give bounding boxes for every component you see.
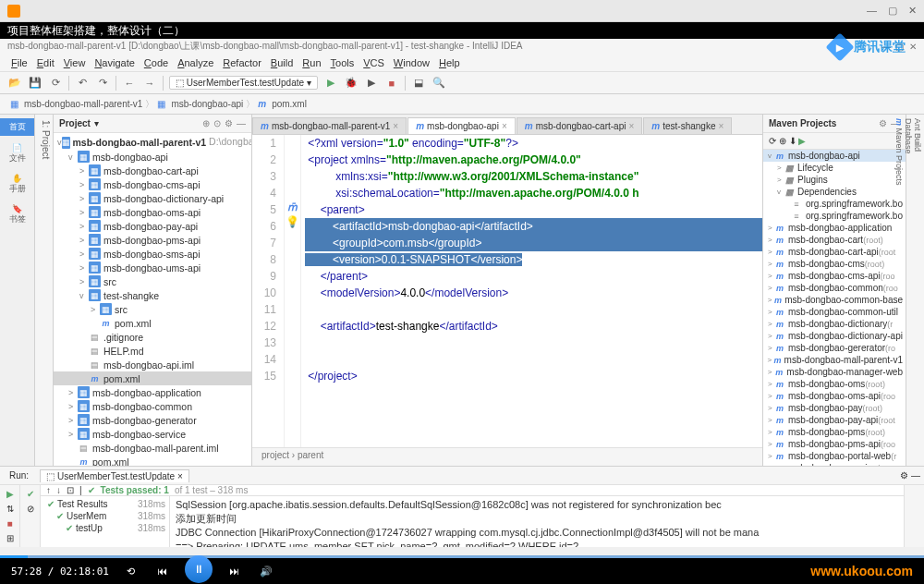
maven-node[interactable]: >mmsb-dongbao-cart (root) — [763, 234, 906, 246]
tree-node[interactable]: ▤msb-dongbao-mall-parent.iml — [54, 441, 251, 455]
maven-node[interactable]: >mmsb-dongbao-common (roo — [763, 282, 906, 294]
test-tree-node[interactable]: ✔Test Results318ms — [43, 498, 167, 510]
tree-node[interactable]: ▤msb-dongbao-api.iml — [54, 358, 251, 371]
menu-navigate[interactable]: Navigate — [91, 57, 138, 68]
maven-node[interactable]: >mmsb-dongbao-pms-api (roo — [763, 438, 906, 450]
run-tab-test[interactable]: ⬚ UserMemberTest.testUpdate × — [40, 469, 189, 482]
maven-node[interactable]: >mmsb-dongbao-pay-api (root — [763, 414, 906, 426]
maven-download-icon[interactable]: ⬇ — [789, 136, 796, 146]
undo-icon[interactable]: ↶ — [75, 76, 90, 91]
stop-icon[interactable]: ■ — [384, 76, 399, 91]
editor-tab[interactable]: mmsb-dongbao-mall-parent-v1 × — [252, 117, 407, 134]
prev-track-icon[interactable]: ⏮ — [153, 566, 172, 577]
tree-node[interactable]: mpom.xml — [54, 455, 251, 466]
editor-tab[interactable]: mmsb-dongbao-api × — [407, 117, 516, 134]
open-icon[interactable]: 📂 — [7, 76, 22, 91]
gear-icon[interactable]: ⚙ — [225, 118, 233, 128]
rail-bookmark[interactable]: 🔖书签 — [7, 202, 28, 227]
rail-file[interactable]: 📄文件 — [7, 141, 28, 166]
maven-node[interactable]: >mmsb-dongbao-dictionary-api — [763, 330, 906, 342]
hide-icon[interactable]: — — [237, 118, 246, 128]
tree-node[interactable]: >▦msb-dongbao-cms-api — [54, 177, 251, 191]
maven-node[interactable]: >mmsb-dongbao-mall-parent-v1 — [763, 354, 906, 366]
tree-node[interactable]: ▤HELP.md — [54, 344, 251, 358]
tree-node[interactable]: mpom.xml — [54, 316, 251, 330]
breadcrumb-item[interactable]: pom.xml — [269, 99, 310, 109]
maven-node[interactable]: >mmsb-dongbao-cart-api (root — [763, 246, 906, 258]
maven-node[interactable]: >mmsb-dongbao-dictionary (r — [763, 318, 906, 330]
back-icon[interactable]: ← — [122, 76, 137, 91]
editor-tab[interactable]: mmsb-dongbao-cart-api × — [517, 117, 643, 134]
ant-build-button[interactable]: Ant Build — [913, 118, 922, 462]
structure-icon[interactable]: ⬓ — [411, 76, 426, 91]
close-icon[interactable]: ✕ — [908, 5, 917, 17]
tree-node[interactable]: >▦msb-dongbao-common — [54, 399, 251, 413]
menu-build[interactable]: Build — [267, 57, 297, 68]
tree-root[interactable]: v▦ msb-dongbao-mall-parent-v1 D:\dongbao… — [54, 135, 251, 150]
breadcrumb-item[interactable]: msb-dongbao-mall-parent-v1 — [21, 99, 145, 109]
next-track-icon[interactable]: ⏭ — [225, 566, 244, 577]
expand-icon[interactable]: ⊡ — [67, 485, 74, 495]
menu-edit[interactable]: Edit — [33, 57, 58, 68]
rewind-icon[interactable]: ⟲ — [122, 566, 140, 578]
maven-node[interactable]: >mmsb-dongbao-pay (root) — [763, 402, 906, 414]
tree-node[interactable]: >▦msb-dongbao-oms-api — [54, 205, 251, 219]
menu-analyze[interactable]: Analyze — [174, 57, 217, 68]
tree-node[interactable]: >▦msb-dongbao-sms-api — [54, 247, 251, 261]
maven-node[interactable]: >▦Plugins — [763, 174, 906, 186]
maven-node[interactable]: >▦Lifecycle — [763, 162, 906, 174]
menu-tools[interactable]: Tools — [327, 57, 359, 68]
prev-icon[interactable]: ↑ — [46, 485, 51, 495]
tree-node[interactable]: >▦msb-dongbao-cart-api — [54, 164, 251, 177]
maven-node[interactable]: >mmsb-dongbao-service (root — [763, 462, 906, 466]
tree-node[interactable]: >▦src — [54, 274, 251, 288]
redo-icon[interactable]: ↷ — [95, 76, 110, 91]
console-output[interactable]: SqlSession [org.apache.ibatis.session.de… — [170, 496, 904, 547]
maven-node[interactable]: v▦Dependencies — [763, 186, 906, 198]
maven-node[interactable]: >mmsb-dongbao-common-util — [763, 306, 906, 318]
save-icon[interactable]: 💾 — [28, 76, 43, 91]
menu-window[interactable]: Window — [390, 57, 433, 68]
maven-node[interactable]: vmmsb-dongbao-api — [763, 150, 906, 162]
toggle-icon[interactable]: ⇅ — [4, 502, 17, 515]
tree-node[interactable]: v▦msb-dongbao-api — [54, 150, 251, 164]
test-tree-node[interactable]: ✔UserMem318ms — [43, 510, 167, 522]
maven-node[interactable]: >mmsb-dongbao-oms (root) — [763, 378, 906, 390]
maven-reimport-icon[interactable]: ⟳ — [769, 136, 776, 146]
maven-projects-button[interactable]: m Maven Projects — [894, 118, 904, 462]
forward-icon[interactable]: → — [142, 76, 157, 91]
fail-filter-icon[interactable]: ⊘ — [24, 502, 37, 515]
menu-help[interactable]: Help — [435, 57, 464, 68]
rerun-icon[interactable]: ▶ — [4, 487, 17, 500]
collapse-icon[interactable]: ⊕ — [202, 118, 210, 128]
maven-node[interactable]: ≡org.springframework.bo — [763, 198, 906, 210]
maven-node[interactable]: >mmsb-dongbao-cms (root) — [763, 258, 906, 270]
menu-vcs[interactable]: VCS — [359, 57, 388, 68]
tree-node[interactable]: >▦msb-dongbao-pay-api — [54, 219, 251, 233]
maven-node[interactable]: >mmsb-dongbao-portal-web (r — [763, 450, 906, 462]
tree-node[interactable]: >▦msb-dongbao-application — [54, 385, 251, 399]
maven-node[interactable]: ≡org.springframework.bo — [763, 210, 906, 222]
run-icon[interactable]: ▶ — [323, 76, 338, 91]
menu-refactor[interactable]: Refactor — [219, 57, 265, 68]
menu-file[interactable]: File — [7, 57, 31, 68]
minimize-icon[interactable]: — — [867, 5, 877, 17]
tree-node[interactable]: ▤.gitignore — [54, 330, 251, 344]
maven-node[interactable]: >mmsb-dongbao-gererator (ro — [763, 342, 906, 354]
maven-node[interactable]: >mmsb-dongbao-common-base — [763, 294, 906, 306]
tree-node[interactable]: >▦msb-dongbao-service — [54, 427, 251, 441]
code-area[interactable]: <?xml version="1.0" encoding="UTF-8"?> <… — [301, 135, 762, 447]
maximize-icon[interactable]: ▢ — [888, 5, 897, 17]
breadcrumb-item[interactable]: msb-dongbao-api — [168, 99, 246, 109]
maven-node[interactable]: >mmsb-dongbao-cms-api (roo — [763, 270, 906, 282]
menu-code[interactable]: Code — [140, 57, 172, 68]
tree-node[interactable]: mpom.xml — [54, 371, 251, 385]
gear-icon[interactable]: ⚙ — [879, 118, 887, 128]
run-config-dropdown[interactable]: ⬚ UserMemberTest.testUpdate ▾ — [169, 76, 318, 90]
volume-icon[interactable]: 🔊 — [257, 566, 275, 578]
maven-node[interactable]: >mmsb-dongbao-pms (root) — [763, 426, 906, 438]
maven-node[interactable]: >mmsb-dongbao-oms-api (roo — [763, 390, 906, 402]
locate-icon[interactable]: ⊙ — [213, 118, 221, 128]
rail-manual[interactable]: ✋手册 — [7, 172, 28, 197]
tree-node[interactable]: >▦msb-dongbao-pms-api — [54, 233, 251, 247]
